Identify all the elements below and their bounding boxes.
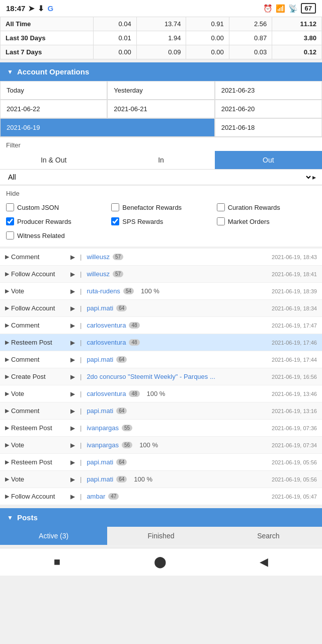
operation-row[interactable]: ▶ Resteem Post ▶ | papi.mati 64 2021-06-… <box>0 454 322 471</box>
hide-checkbox-item[interactable]: Curation Rewards <box>215 201 318 213</box>
op-pipe: | <box>80 253 82 261</box>
date-cell[interactable]: Today <box>0 81 107 100</box>
op-time: 2021-06-19, 18:41 <box>272 271 317 277</box>
op-time: 2021-06-19, 18:34 <box>272 305 317 311</box>
op-user: willeusz <box>87 253 110 261</box>
dropdown-row[interactable]: All ▸ <box>0 170 322 185</box>
operation-row[interactable]: ▶ Resteem Post ▶ | ivanpargas 55 2021-06… <box>0 420 322 437</box>
op-expand-icon: ▶ <box>5 305 9 311</box>
hide-checkbox-label: Benefactor Rewards <box>122 204 182 211</box>
hide-checkbox-item[interactable]: Market Orders <box>215 215 318 227</box>
hide-checkbox[interactable] <box>217 217 225 225</box>
op-details: ▶ | papi.mati 64 100 % <box>70 475 272 483</box>
posts-tab[interactable]: Active (3) <box>0 527 107 545</box>
posts-tab[interactable]: Finished <box>107 527 214 545</box>
op-expand-icon: ▶ <box>5 442 9 448</box>
posts-arrow-icon: ▼ <box>7 514 13 521</box>
date-cell[interactable]: 2021-06-18 <box>215 118 322 137</box>
op-pipe: | <box>80 373 82 380</box>
op-details: ▶ | willeusz 57 <box>70 253 272 261</box>
operation-row[interactable]: ▶ Comment ▶ | carlosventura 48 2021-06-1… <box>0 317 322 334</box>
op-user: ambar <box>87 493 105 500</box>
bottom-nav: ■ ⬤ ◀ <box>0 548 322 576</box>
operation-row[interactable]: ▶ Follow Account ▶ | papi.mati 64 2021-0… <box>0 300 322 317</box>
hide-checkbox[interactable] <box>217 203 225 211</box>
op-type: ▶ Resteem Post <box>5 424 70 432</box>
filter-button[interactable]: Out <box>215 151 322 169</box>
hide-checkbox-label: Market Orders <box>228 218 270 225</box>
op-type-label: Comment <box>11 407 39 415</box>
op-time: 2021-06-19, 05:47 <box>272 494 317 500</box>
alarm-icon: ⏰ <box>263 4 273 13</box>
hide-checkbox-item[interactable]: SPS Rewards <box>109 215 212 227</box>
hide-checkbox[interactable] <box>111 203 119 211</box>
op-badge: 64 <box>116 459 127 465</box>
date-cell[interactable]: 2021-06-22 <box>0 100 107 118</box>
op-type-label: Vote <box>11 441 24 449</box>
operation-row[interactable]: ▶ Vote ▶ | papi.mati 64 100 % 2021-06-19… <box>0 471 322 488</box>
operation-row[interactable]: ▶ Comment ▶ | willeusz 57 2021-06-19, 18… <box>0 249 322 266</box>
hide-checkbox-item[interactable]: Custom JSON <box>4 201 107 213</box>
filter-button[interactable]: In <box>107 151 214 169</box>
date-cell[interactable]: 2021-06-19 <box>0 118 215 137</box>
stats-c4: 0.03 <box>229 45 272 59</box>
operation-row[interactable]: ▶ Comment ▶ | papi.mati 64 2021-06-19, 1… <box>0 351 322 368</box>
op-pipe: | <box>80 475 82 483</box>
operation-row[interactable]: ▶ Comment ▶ | papi.mati 64 2021-06-19, 1… <box>0 403 322 420</box>
op-type: ▶ Resteem Post <box>5 339 70 346</box>
operation-row[interactable]: ▶ Resteem Post ▶ | carlosventura 48 2021… <box>0 334 322 351</box>
op-details: ▶ | papi.mati 64 <box>70 304 272 312</box>
stats-c1: 0.04 <box>94 17 136 31</box>
hide-checkbox[interactable] <box>6 231 14 239</box>
hide-checkbox-item[interactable]: Benefactor Rewards <box>109 201 212 213</box>
op-time: 2021-06-19, 05:56 <box>272 459 317 465</box>
op-time: 2021-06-19, 07:36 <box>272 425 317 431</box>
stop-button[interactable]: ■ <box>54 555 60 569</box>
stats-label: Last 30 Days <box>1 31 94 45</box>
posts-section: ▼ Posts Active (3)FinishedSearch <box>0 508 322 545</box>
op-expand-icon: ▶ <box>5 493 9 500</box>
op-expand-icon: ▶ <box>5 425 9 431</box>
posts-tab[interactable]: Search <box>215 527 322 545</box>
op-pipe: | <box>80 287 82 295</box>
hide-checkbox[interactable] <box>111 217 119 225</box>
op-type: ▶ Vote <box>5 390 70 397</box>
hide-checkbox[interactable] <box>6 217 14 225</box>
op-play-icon: ▶ <box>70 442 75 449</box>
operation-row[interactable]: ▶ Follow Account ▶ | willeusz 57 2021-06… <box>0 266 322 283</box>
hide-checkbox-item[interactable]: Witness Related <box>4 229 107 242</box>
op-expand-icon: ▶ <box>5 254 9 260</box>
op-time: 2021-06-19, 13:46 <box>272 391 317 397</box>
operation-row[interactable]: ▶ Vote ▶ | ruta-rudens 54 100 % 2021-06-… <box>0 283 322 300</box>
posts-header: ▼ Posts <box>0 508 322 527</box>
op-play-icon: ▶ <box>70 305 75 312</box>
op-pipe: | <box>80 441 82 449</box>
date-cell[interactable]: 2021-06-23 <box>215 81 322 100</box>
op-badge: 64 <box>116 476 127 482</box>
date-cell[interactable]: 2021-06-20 <box>215 100 322 118</box>
date-cell[interactable]: Yesterday <box>107 81 214 100</box>
date-cell[interactable]: 2021-06-21 <box>107 100 214 118</box>
back-button[interactable]: ◀ <box>260 555 268 569</box>
filter-button[interactable]: In & Out <box>0 151 107 169</box>
op-play-icon: ▶ <box>70 288 75 295</box>
operation-row[interactable]: ▶ Follow Account ▶ | ambar 47 2021-06-19… <box>0 488 322 505</box>
operation-row[interactable]: ▶ Create Post ▶ | 2do concurso "Steemit … <box>0 368 322 385</box>
op-extra: 2do concurso "Steemit Weekly" - Parques … <box>87 373 215 380</box>
op-pct: 100 % <box>134 475 152 483</box>
op-pipe: | <box>80 270 82 278</box>
operation-row[interactable]: ▶ Vote ▶ | carlosventura 48 100 % 2021-0… <box>0 385 322 403</box>
hide-checkbox[interactable] <box>6 203 14 211</box>
op-expand-icon: ▶ <box>5 356 9 363</box>
filter-dropdown[interactable]: All <box>6 173 312 182</box>
op-type-label: Vote <box>11 390 24 397</box>
stats-c2: 1.94 <box>136 31 186 45</box>
hide-checkbox-item[interactable]: Producer Rewards <box>4 215 107 227</box>
home-button[interactable]: ⬤ <box>154 555 167 569</box>
op-details: ▶ | ivanpargas 55 <box>70 424 272 432</box>
stats-c1: 0.00 <box>94 45 136 59</box>
operation-row[interactable]: ▶ Vote ▶ | ivanpargas 56 100 % 2021-06-1… <box>0 437 322 454</box>
op-pct: 100 % <box>147 390 166 397</box>
posts-tabs: Active (3)FinishedSearch <box>0 527 322 545</box>
battery-display: 67 <box>301 3 316 14</box>
